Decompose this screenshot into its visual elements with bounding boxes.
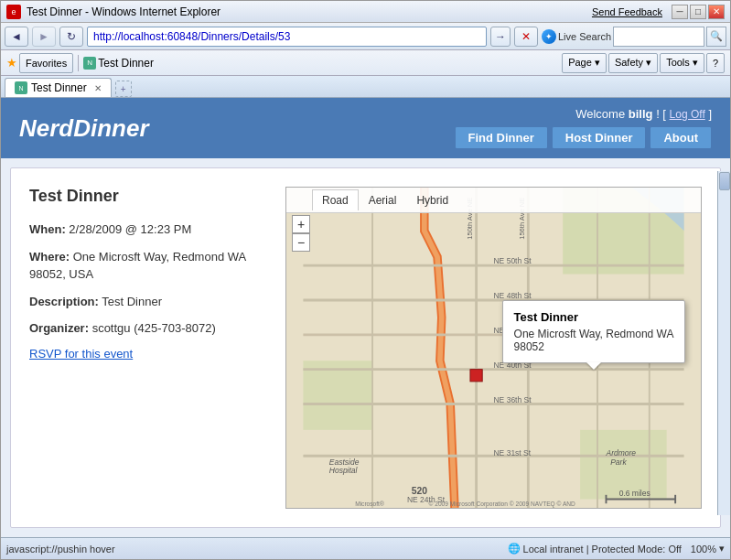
tab-title: Test Dinner xyxy=(31,81,87,94)
live-search-label: Live Search xyxy=(558,31,611,42)
svg-text:Park: Park xyxy=(610,458,627,467)
map-tab-hybrid[interactable]: Hybrid xyxy=(406,189,458,211)
zone-info: 🌐 Local intranet | Protected Mode: Off xyxy=(508,543,682,555)
favorites-button[interactable]: Favorites xyxy=(19,53,73,73)
search-button[interactable]: 🔍 xyxy=(706,27,726,47)
browser-toolbar: ★ Favorites N Test Dinner Page ▾ Safety … xyxy=(1,50,730,76)
header-right: Welcome billg ! [ Log Off ] Find Dinner … xyxy=(455,107,712,149)
zoom-dropdown-icon[interactable]: ▾ xyxy=(719,543,725,555)
description-value: Test Dinner xyxy=(102,295,162,308)
when-label: When: xyxy=(29,222,66,236)
popup-address-1: One Microsft Way, Redmond WA xyxy=(514,328,674,340)
content-area: Test Dinner When: 2/28/2009 @ 12:23 PM W… xyxy=(10,167,721,528)
host-dinner-button[interactable]: Host Dinner xyxy=(552,126,647,149)
search-input[interactable] xyxy=(613,27,704,47)
svg-text:NE 36th St: NE 36th St xyxy=(494,395,532,404)
title-bar: e Test Dinner - Windows Internet Explore… xyxy=(1,1,730,23)
zoom-text: 100% xyxy=(691,544,716,555)
new-tab-button[interactable]: + xyxy=(115,81,132,97)
welcome-suffix: ! [ xyxy=(656,107,666,121)
svg-text:Hospital: Hospital xyxy=(329,466,359,475)
dinner-info: Test Dinner When: 2/28/2009 @ 12:23 PM W… xyxy=(29,187,267,509)
forward-button[interactable]: ► xyxy=(32,27,56,47)
site-title: NerdDinner xyxy=(19,114,149,143)
organizer-label: Organizer: xyxy=(29,321,89,335)
rsvp-link[interactable]: RSVP for this event xyxy=(29,347,267,361)
scrollbar-thumb[interactable] xyxy=(719,172,730,190)
svg-text:Ardmore: Ardmore xyxy=(605,448,636,458)
about-button[interactable]: About xyxy=(650,126,712,149)
help-button[interactable]: ? xyxy=(706,53,725,73)
description-field: Description: Test Dinner xyxy=(29,293,267,311)
browser-icon: e xyxy=(6,5,21,19)
browser-frame: e Test Dinner - Windows Internet Explore… xyxy=(0,0,731,560)
welcome-area: Welcome billg ! [ Log Off ] xyxy=(575,107,712,121)
svg-text:© 2009 Microsoft Corporation  : © 2009 Microsoft Corporation © 2009 NAVT… xyxy=(429,501,576,508)
safety-button[interactable]: Safety ▾ xyxy=(608,53,658,73)
page-button[interactable]: Page ▾ xyxy=(562,53,607,73)
maximize-button[interactable]: □ xyxy=(690,5,706,19)
tab-icon: N xyxy=(15,81,27,94)
svg-text:520: 520 xyxy=(412,486,428,496)
where-label: Where: xyxy=(29,250,70,264)
search-container: ✦ Live Search 🔍 xyxy=(542,27,726,47)
when-field: When: 2/28/2009 @ 12:23 PM xyxy=(29,221,267,239)
svg-text:NE 48th St: NE 48th St xyxy=(494,291,532,300)
globe-icon: 🌐 xyxy=(508,543,521,555)
status-text: javascript://pushin hover xyxy=(6,544,500,555)
map-area[interactable]: 520 NE 50th St NE 48th St NE 45th St NE … xyxy=(285,187,702,509)
zoom-in-button[interactable]: + xyxy=(292,215,310,233)
svg-text:Microsoft®: Microsoft® xyxy=(355,501,384,507)
welcome-prefix: Welcome xyxy=(575,107,625,121)
zoom-out-button[interactable]: − xyxy=(292,233,310,252)
tab-bar: N Test Dinner ✕ + xyxy=(1,76,730,98)
description-label: Description: xyxy=(29,295,99,308)
where-field: Where: One Microsft Way, Redmond WA 9805… xyxy=(29,248,267,284)
navigation-bar: ◄ ► ↻ http://localhost:60848/Dinners/Det… xyxy=(1,23,730,50)
page-content: NerdDinner Welcome billg ! [ Log Off ] F… xyxy=(1,98,730,537)
live-search-icon: ✦ xyxy=(542,29,556,44)
svg-rect-2 xyxy=(303,361,372,430)
minimize-button[interactable]: ─ xyxy=(672,5,688,19)
popup-tail xyxy=(586,362,601,370)
find-dinner-button[interactable]: Find Dinner xyxy=(455,126,548,149)
tab-label: Test Dinner xyxy=(98,57,154,70)
tab-favicon: N xyxy=(83,57,96,70)
send-feedback-link[interactable]: Send Feedback xyxy=(592,6,662,17)
svg-text:Eastside: Eastside xyxy=(329,458,360,467)
when-value: 2/28/2009 @ 12:23 PM xyxy=(69,222,191,236)
url-text: http://localhost:60848/Dinners/Details/5… xyxy=(93,30,290,43)
stop-button[interactable]: ✕ xyxy=(514,27,538,47)
browser-tab-active[interactable]: N Test Dinner ✕ xyxy=(5,78,112,97)
site-body: Test Dinner When: 2/28/2009 @ 12:23 PM W… xyxy=(1,158,730,537)
tools-button[interactable]: Tools ▾ xyxy=(660,53,704,73)
go-button[interactable]: → xyxy=(490,27,511,47)
header-nav: Find Dinner Host Dinner About xyxy=(455,126,712,149)
svg-text:NE 31st St: NE 31st St xyxy=(494,448,532,458)
status-right: 🌐 Local intranet | Protected Mode: Off 1… xyxy=(508,543,725,555)
zoom-level: 100% ▾ xyxy=(691,543,725,555)
map-tab-road[interactable]: Road xyxy=(312,189,359,210)
map-toolbar: Road Aerial Hybrid xyxy=(286,188,701,213)
site-header: NerdDinner Welcome billg ! [ Log Off ] F… xyxy=(1,98,730,158)
status-bar: javascript://pushin hover 🌐 Local intran… xyxy=(1,537,730,559)
svg-text:NE 50th St: NE 50th St xyxy=(494,256,532,265)
favorites-star-icon: ★ xyxy=(6,56,17,70)
map-tab-aerial[interactable]: Aerial xyxy=(359,189,407,211)
dinner-title: Test Dinner xyxy=(29,187,267,206)
zone-text: Local intranet | Protected Mode: Off xyxy=(523,544,682,555)
username-text: billg xyxy=(629,107,653,121)
close-button[interactable]: ✕ xyxy=(708,5,725,19)
refresh-button[interactable]: ↻ xyxy=(59,27,83,47)
organizer-field: Organizer: scottgu (425-703-8072) xyxy=(29,319,267,338)
address-bar[interactable]: http://localhost:60848/Dinners/Details/5… xyxy=(87,27,487,47)
popup-title: Test Dinner xyxy=(514,310,674,324)
tab-close-icon[interactable]: ✕ xyxy=(94,83,102,93)
window-title: Test Dinner - Windows Internet Explorer xyxy=(27,5,586,18)
map-zoom-controls: + − xyxy=(292,215,310,252)
svg-text:0.6 miles: 0.6 miles xyxy=(619,489,650,498)
svg-rect-25 xyxy=(470,370,482,382)
logoff-link[interactable]: Log Off xyxy=(670,108,705,121)
scrollbar[interactable] xyxy=(717,171,730,515)
back-button[interactable]: ◄ xyxy=(5,27,28,47)
